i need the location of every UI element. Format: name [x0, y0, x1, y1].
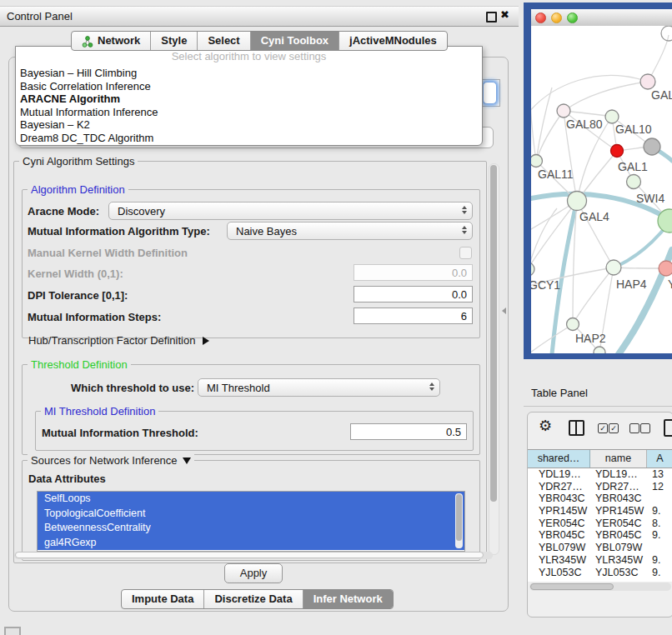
table-cell: YBR045C: [528, 529, 590, 542]
network-node-gcy1[interactable]: [531, 262, 534, 276]
scrollbar-thumb[interactable]: [456, 494, 462, 541]
table-row[interactable]: YPR145WYPR145W9.: [528, 505, 672, 518]
kernel-width-input[interactable]: 0.0: [354, 264, 473, 281]
table-cell: [647, 542, 672, 554]
node-label: GAL1: [618, 160, 648, 173]
cyni-mode-tabbar: Impute Data Discretize Data Infer Networ…: [121, 589, 394, 609]
network-node-unlabeled[interactable]: [594, 347, 605, 353]
apply-button[interactable]: Apply: [224, 563, 283, 583]
table-cell: YBL079W: [528, 542, 590, 554]
network-node-gal4[interactable]: [568, 192, 587, 211]
scrollbar-thumb[interactable]: [15, 552, 484, 558]
split-view-columns-icon[interactable]: [569, 420, 584, 436]
sources-title[interactable]: Sources for Network Inference: [28, 454, 194, 467]
node-label: GAL4: [579, 210, 609, 223]
dpi-tolerance-input[interactable]: 0.0: [354, 286, 473, 302]
tab-impute-data-label: Impute Data: [132, 590, 193, 608]
network-node-y[interactable]: [659, 261, 672, 276]
node-label: GAL11: [538, 168, 574, 181]
table-row[interactable]: YDR27…YDR27…12: [528, 481, 672, 493]
manual-kernel-width-checkbox[interactable]: [459, 247, 472, 259]
tab-jactivemnodules[interactable]: jActiveMNodules: [339, 32, 447, 50]
network-node-gal11[interactable]: [531, 155, 543, 168]
checked-checkbox-icon[interactable]: ✓: [609, 423, 619, 433]
network-node-gal10[interactable]: [605, 110, 619, 123]
algorithm-option[interactable]: Basic Correlation Inference: [16, 80, 482, 93]
network-node-gal80[interactable]: [557, 104, 570, 118]
hub-transcription-label: Hub/Transcription Factor Definition: [28, 334, 195, 347]
network-node-hap2[interactable]: [567, 318, 579, 331]
table-row[interactable]: YJL053CYJL053C9.: [528, 567, 672, 579]
aracne-mode-value: Discovery: [118, 205, 165, 218]
stepper-arrows-icon: [429, 382, 434, 391]
which-threshold-combo[interactable]: MI Threshold: [198, 378, 440, 397]
zoom-window-icon[interactable]: [567, 12, 578, 23]
network-node-gal1[interactable]: [611, 145, 624, 158]
table-row[interactable]: YBR045CYBR045C9.: [528, 529, 672, 542]
settings-vertical-scrollbar[interactable]: [489, 163, 499, 555]
tab-impute-data[interactable]: Impute Data: [122, 590, 204, 608]
tab-select[interactable]: Select: [198, 32, 250, 50]
tab-discretize-data-label: Discretize Data: [214, 590, 292, 608]
aracne-mode-combo[interactable]: Discovery: [108, 202, 473, 220]
algorithm-combo-focused-button[interactable]: [483, 82, 497, 104]
network-canvas[interactable]: GALGAL80GAL10GAL1GAL11SWI4GAL4GCY1HAP4YH…: [531, 26, 672, 353]
mi-algorithm-type-combo[interactable]: Naive Bayes: [227, 222, 473, 240]
list-item-selected[interactable]: SelfLoops: [38, 492, 464, 507]
table-cell: YER054C: [590, 518, 647, 530]
table-row[interactable]: YLR345WYLR345W9.: [528, 554, 672, 567]
column-header-clipped[interactable]: A: [647, 450, 672, 468]
algorithm-option[interactable]: Bayesian – K2: [16, 118, 482, 132]
network-graph[interactable]: GALGAL80GAL10GAL1GAL11SWI4GAL4GCY1HAP4YH…: [531, 26, 672, 353]
minimize-window-icon[interactable]: [551, 12, 562, 23]
mi-threshold-input[interactable]: 0.5: [350, 423, 467, 440]
table-row[interactable]: YBR043CYBR043C: [528, 492, 672, 505]
table-row[interactable]: YDL19…YDL19…13: [528, 468, 672, 481]
list-item-selected[interactable]: TopologicalCoefficient: [38, 507, 464, 522]
algorithm-option-selected[interactable]: ARACNE Algorithm: [16, 92, 482, 106]
mi-steps-input[interactable]: 6: [354, 308, 473, 324]
algorithm-option[interactable]: Dream8 DC_TDC Algorithm: [16, 132, 482, 145]
tab-discretize-data[interactable]: Discretize Data: [204, 590, 303, 608]
mi-threshold-label: Mutual Information Threshold:: [42, 427, 198, 439]
network-node-swi4[interactable]: [627, 175, 641, 189]
network-node-unlabeled[interactable]: [661, 26, 672, 41]
tab-infer-network[interactable]: Infer Network: [303, 590, 393, 608]
table-settings-gear-icon[interactable]: ⚙: [539, 418, 552, 434]
table-row[interactable]: YER054CYER054C8.: [528, 518, 672, 530]
hub-transcription-expander[interactable]: Hub/Transcription Factor Definition: [28, 334, 209, 347]
algorithm-option[interactable]: Bayesian – Hill Climbing: [16, 67, 482, 80]
table-cell: 12: [647, 481, 672, 493]
scrollbar-thumb[interactable]: [490, 165, 497, 502]
list-item-selected[interactable]: gal4RGexp: [38, 536, 464, 551]
network-window-titlebar[interactable]: [531, 9, 672, 27]
tab-style[interactable]: Style: [151, 32, 198, 50]
manual-kernel-width-label: Manual Kernel Width Definition: [28, 247, 188, 259]
column-header-name[interactable]: name: [590, 450, 647, 468]
column-header-shared-name[interactable]: shared…: [528, 450, 590, 468]
list-item-selected[interactable]: BetweennessCentrality: [38, 521, 464, 536]
algorithm-option[interactable]: Mutual Information Inference: [16, 106, 482, 119]
stepper-arrows-icon: [462, 226, 467, 234]
unchecked-checkbox-icon[interactable]: [640, 423, 650, 433]
checked-checkbox-icon[interactable]: ✓: [598, 423, 608, 433]
network-node-unlabeled[interactable]: [644, 138, 660, 155]
attributes-vertical-scrollbar[interactable]: [455, 493, 463, 548]
network-node-gal[interactable]: [640, 74, 655, 89]
splitter-collapse-icon[interactable]: [502, 308, 506, 314]
tab-cyni-toolbox[interactable]: Cyni Toolbox: [251, 32, 339, 50]
table-horizontal-scrollbar[interactable]: [529, 582, 671, 591]
scrollbar-thumb[interactable]: [530, 583, 614, 590]
settings-horizontal-scrollbar[interactable]: [14, 552, 493, 559]
unchecked-checkbox-icon[interactable]: [629, 423, 639, 433]
data-attributes-list[interactable]: SelfLoops TopologicalCoefficient Between…: [37, 491, 465, 552]
table-row[interactable]: YBL079WYBL079W: [528, 542, 672, 554]
tab-network[interactable]: Network: [72, 32, 151, 50]
close-panel-icon[interactable]: ✖: [500, 8, 509, 21]
float-panel-icon[interactable]: [486, 12, 497, 22]
network-node-hap4[interactable]: [606, 260, 621, 275]
docked-panel-icon[interactable]: [4, 627, 21, 635]
export-table-icon[interactable]: [664, 419, 672, 437]
close-window-icon[interactable]: [535, 12, 546, 23]
application-window: Control Panel ✖ Network Style Select Cyn…: [0, 0, 672, 635]
